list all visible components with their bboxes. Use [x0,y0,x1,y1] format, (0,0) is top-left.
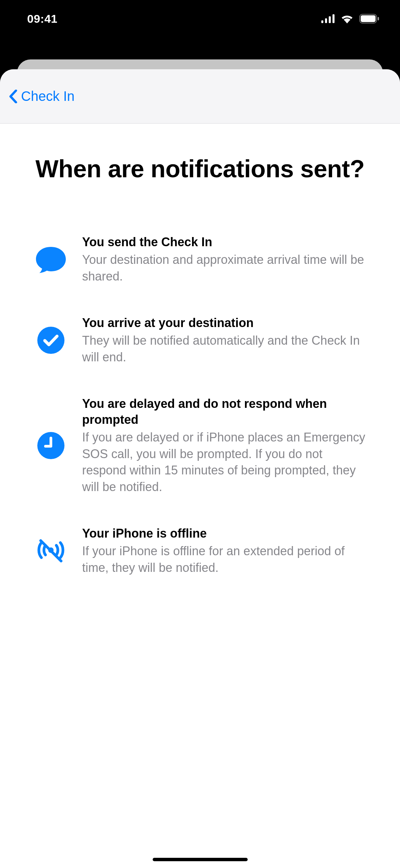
navigation-bar: Check In [0,69,400,124]
info-item-arrive: You arrive at your destination They will… [34,315,366,365]
item-title: You arrive at your destination [82,315,366,331]
info-item-offline: Your iPhone is offline If your iPhone is… [34,526,366,576]
item-body: If your iPhone is offline for an extende… [82,543,366,576]
svg-rect-0 [321,20,323,23]
svg-rect-5 [361,15,376,22]
back-label: Check In [21,89,75,104]
battery-icon [359,14,380,23]
chevron-left-icon [8,90,18,103]
svg-rect-3 [332,14,335,23]
item-body: Your destination and approximate arrival… [82,252,366,285]
item-title: You are delayed and do not respond when … [82,396,366,428]
modal-sheet: Check In When are notifications sent? Yo… [0,69,400,868]
page-title: When are notifications sent? [34,154,366,183]
item-title: Your iPhone is offline [82,526,366,542]
item-body: If you are delayed or if iPhone places a… [82,429,366,495]
svg-point-7 [37,327,64,354]
status-time: 09:41 [27,12,57,25]
content: When are notifications sent? You send th… [0,124,400,576]
item-body: They will be notified automatically and … [82,332,366,365]
info-item-send: You send the Check In Your destination a… [34,234,366,285]
wifi-icon [340,14,354,23]
svg-rect-2 [329,16,331,23]
checkmark-circle-icon [34,327,68,354]
info-item-delayed: You are delayed and do not respond when … [34,396,366,495]
back-button[interactable]: Check In [8,89,75,104]
home-indicator[interactable] [153,858,248,861]
status-bar: 09:41 [0,0,400,37]
offline-antenna-icon [34,537,68,564]
message-bubble-icon [34,244,68,275]
clock-icon [34,432,68,459]
cellular-icon [321,14,335,23]
item-title: You send the Check In [82,234,366,250]
status-icons [321,14,380,23]
svg-rect-1 [325,18,327,23]
svg-rect-6 [378,17,379,20]
